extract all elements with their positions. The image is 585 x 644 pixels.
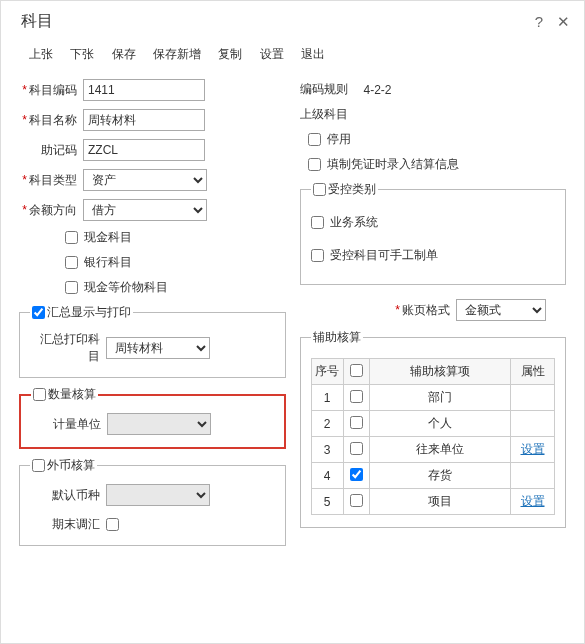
fx-group: 外币核算 默认币种 期末调汇: [19, 457, 286, 546]
manual-label: 受控科目可手工制单: [330, 247, 438, 264]
prev-button[interactable]: 上张: [29, 47, 53, 61]
mnemonic-input[interactable]: [83, 139, 205, 161]
qty-title: 数量核算: [48, 386, 96, 403]
sum-print-select[interactable]: 周转材料: [106, 337, 210, 359]
code-label: 科目编码: [19, 82, 77, 99]
row-checkbox[interactable]: [350, 442, 363, 455]
cell-attr: [511, 463, 555, 489]
aux-group: 辅助核算 序号 辅助核算项 属性 1 部门 2 个人 3 往来单位 设置4 存货…: [300, 329, 567, 528]
aux-title: 辅助核算: [313, 329, 361, 346]
voucher-checkbox[interactable]: [308, 158, 321, 171]
th-item: 辅助核算项: [369, 359, 511, 385]
default-cur-select[interactable]: [106, 484, 210, 506]
disable-label: 停用: [327, 131, 351, 148]
copy-button[interactable]: 复制: [218, 47, 242, 61]
code-input[interactable]: [83, 79, 205, 101]
table-row: 1 部门: [311, 385, 555, 411]
manual-checkbox[interactable]: [311, 249, 324, 262]
ctrl-title: 受控类别: [328, 181, 376, 198]
toolbar: 上张 下张 保存 保存新增 复制 设置 退出: [1, 40, 584, 79]
fx-title: 外币核算: [47, 457, 95, 474]
cell-item: 个人: [369, 411, 511, 437]
settings-button[interactable]: 设置: [260, 47, 284, 61]
cell-idx: 4: [311, 463, 343, 489]
table-row: 3 往来单位 设置: [311, 437, 555, 463]
cell-item: 项目: [369, 489, 511, 515]
equiv-label: 现金等价物科目: [84, 279, 168, 296]
exit-button[interactable]: 退出: [301, 47, 325, 61]
equiv-checkbox[interactable]: [65, 281, 78, 294]
cell-item: 部门: [369, 385, 511, 411]
cell-attr[interactable]: 设置: [511, 437, 555, 463]
row-checkbox[interactable]: [350, 416, 363, 429]
cell-chk: [343, 411, 369, 437]
table-row: 5 项目 设置: [311, 489, 555, 515]
rule-label: 编码规则: [300, 81, 356, 98]
th-checkbox[interactable]: [350, 364, 363, 377]
mnemonic-label: 助记码: [19, 142, 77, 159]
next-button[interactable]: 下张: [70, 47, 94, 61]
save-new-button[interactable]: 保存新增: [153, 47, 201, 61]
cell-attr: [511, 385, 555, 411]
th-chk: [343, 359, 369, 385]
type-label: 科目类型: [19, 172, 77, 189]
endadj-checkbox[interactable]: [106, 518, 119, 531]
cell-idx: 2: [311, 411, 343, 437]
cell-attr: [511, 411, 555, 437]
save-button[interactable]: 保存: [112, 47, 136, 61]
cash-checkbox[interactable]: [65, 231, 78, 244]
close-icon[interactable]: ✕: [557, 13, 570, 31]
aux-table: 序号 辅助核算项 属性 1 部门 2 个人 3 往来单位 设置4 存货 5 项目…: [311, 358, 556, 515]
cell-item: 存货: [369, 463, 511, 489]
cell-chk: [343, 437, 369, 463]
name-label: 科目名称: [19, 112, 77, 129]
rule-value: 4-2-2: [364, 83, 392, 97]
cell-idx: 1: [311, 385, 343, 411]
biz-checkbox[interactable]: [311, 216, 324, 229]
attr-link[interactable]: 设置: [521, 494, 545, 508]
cell-chk: [343, 385, 369, 411]
dir-select[interactable]: 借方: [83, 199, 207, 221]
default-cur-label: 默认币种: [30, 487, 100, 504]
bank-checkbox[interactable]: [65, 256, 78, 269]
name-input[interactable]: [83, 109, 205, 131]
cell-item: 往来单位: [369, 437, 511, 463]
cash-label: 现金科目: [84, 229, 132, 246]
table-row: 4 存货: [311, 463, 555, 489]
th-attr: 属性: [511, 359, 555, 385]
endadj-label: 期末调汇: [30, 516, 100, 533]
type-select[interactable]: 资产: [83, 169, 207, 191]
format-select[interactable]: 金额式: [456, 299, 546, 321]
attr-link[interactable]: 设置: [521, 442, 545, 456]
unit-label: 计量单位: [31, 416, 101, 433]
th-idx: 序号: [311, 359, 343, 385]
sum-print-checkbox[interactable]: [32, 306, 45, 319]
sum-print-title: 汇总显示与打印: [47, 304, 131, 321]
voucher-label: 填制凭证时录入结算信息: [327, 156, 459, 173]
format-label: 账页格式: [392, 302, 450, 319]
dialog-title: 科目: [21, 11, 53, 32]
cell-idx: 3: [311, 437, 343, 463]
cell-chk: [343, 489, 369, 515]
dir-label: 余额方向: [19, 202, 77, 219]
qty-checkbox[interactable]: [33, 388, 46, 401]
disable-checkbox[interactable]: [308, 133, 321, 146]
ctrl-group: 受控类别 业务系统 受控科目可手工制单: [300, 181, 567, 285]
qty-group: 数量核算 计量单位: [19, 386, 286, 449]
help-icon[interactable]: ?: [535, 13, 543, 30]
table-row: 2 个人: [311, 411, 555, 437]
cell-chk: [343, 463, 369, 489]
row-checkbox[interactable]: [350, 468, 363, 481]
parent-label: 上级科目: [300, 106, 356, 123]
row-checkbox[interactable]: [350, 390, 363, 403]
biz-label: 业务系统: [330, 214, 378, 231]
unit-select[interactable]: [107, 413, 211, 435]
sum-print-group: 汇总显示与打印 汇总打印科目周转材料: [19, 304, 286, 378]
cell-idx: 5: [311, 489, 343, 515]
cell-attr[interactable]: 设置: [511, 489, 555, 515]
fx-checkbox[interactable]: [32, 459, 45, 472]
row-checkbox[interactable]: [350, 494, 363, 507]
sum-print-label: 汇总打印科目: [30, 331, 100, 365]
ctrl-checkbox[interactable]: [313, 183, 326, 196]
bank-label: 银行科目: [84, 254, 132, 271]
